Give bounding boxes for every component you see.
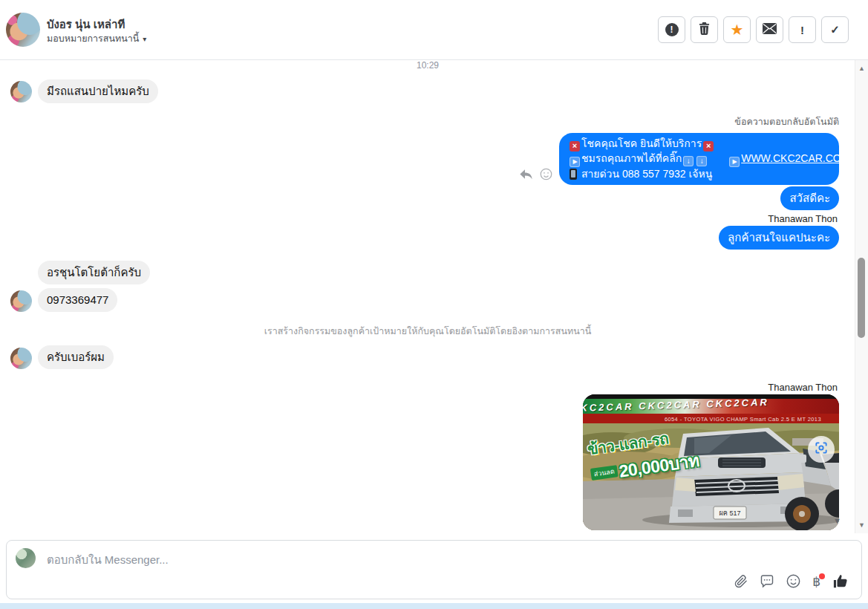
assign-conversation-dropdown[interactable]: มอบหมายการสนทนานี้ ▾ (47, 31, 146, 46)
conversation-header: บังอร นุ่น เหล่าที มอบหมายการสนทนานี้ ▾ … (0, 0, 868, 60)
auto-reply-line3-text: สายด่วน 088 557 7932 เจ้หนู (578, 168, 712, 180)
emoji-react-icon[interactable] (539, 167, 553, 181)
saved-replies-button[interactable] (760, 574, 774, 590)
attachment-brand-banner: CKC2CAR CKC2CAR CKC2CAR (583, 399, 839, 414)
paperclip-icon (734, 575, 748, 590)
brand-banner-text: CKC2CAR CKC2CAR CKC2CAR (583, 399, 769, 414)
envelope-icon (763, 23, 777, 36)
down-arrow-emoji (696, 156, 707, 166)
reply-input[interactable] (45, 550, 568, 569)
scrollbar-up-arrow[interactable]: ▲ (855, 65, 868, 72)
auto-reply-line2-text: ชมรถคุณภาพได้ที่คลิ๊ก (581, 152, 682, 164)
star-icon: ★ (731, 22, 744, 37)
system-note: เราสร้างกิจกรรมของลูกค้าเป้าหมายให้กับคุ… (0, 324, 855, 339)
attach-file-button[interactable] (734, 575, 748, 590)
car-photo: ผค 517 ข้าว-แลก-รถ ส่วนลด20,000บาท (583, 423, 839, 530)
thumbs-up-icon (832, 573, 849, 592)
mark-important-button[interactable]: ! (789, 16, 816, 43)
incoming-message: มีรถแสนปายไหมครับ (38, 79, 158, 103)
mark-done-button[interactable]: ✓ (821, 16, 849, 43)
down-arrow-emoji (683, 156, 694, 166)
page-avatar (16, 548, 36, 568)
header-action-buttons: ! ★ ! ✓ (658, 16, 849, 43)
message-hover-actions (519, 167, 553, 181)
auto-reply-line2: ชมรถคุณภาพได้ที่คลิ๊กWWW.CKC2CAR.COM (568, 152, 830, 167)
mark-unread-button[interactable] (756, 16, 783, 43)
like-button[interactable] (832, 573, 849, 592)
incoming-message: ครับเบอร์ผม (38, 345, 114, 369)
red-square-emoji (703, 141, 714, 152)
scrollbar-thumb[interactable] (858, 258, 865, 338)
auto-reply-line1-text: โชคคุณโชค ยินดีให้บริการ (581, 137, 702, 149)
auto-reply-tag: ข้อความตอบกลับอัตโนมัติ (734, 114, 839, 129)
reply-composer[interactable]: ฿ (6, 540, 862, 599)
payment-button[interactable]: ฿ (812, 576, 820, 589)
incoming-message: อรชุนโตโยต้าก็ครับ (38, 261, 150, 284)
report-button[interactable]: ! (658, 16, 685, 43)
website-link[interactable]: WWW.CKC2CAR.COM (741, 152, 839, 164)
delete-button[interactable] (691, 16, 718, 43)
image-attachment[interactable]: CKC2CAR CKC2CAR CKC2CAR 6054 - TOYOTA VI… (583, 394, 839, 530)
promo-discount-label: ส่วนลด (590, 465, 619, 481)
messenger-inbox-window: บังอร นุ่น เหล่าที มอบหมายการสนทนานี้ ▾ … (0, 0, 868, 609)
star-button[interactable]: ★ (723, 16, 751, 43)
scrollbar-down-arrow[interactable]: ▼ (855, 521, 868, 529)
comment-dots-icon (760, 574, 774, 590)
reply-icon[interactable] (519, 167, 533, 181)
contact-avatar-small (10, 290, 32, 312)
listing-title-text: 6054 - TOYOTA VIGO CHAMP Smart Cab 2.5 E… (665, 416, 821, 423)
bottom-strip (0, 603, 868, 609)
sender-name-label: Thanawan Thon (768, 213, 838, 224)
check-icon: ✓ (830, 23, 840, 36)
scroll-down-indicator[interactable]: ▼ (833, 516, 841, 525)
license-plate: ผค 517 (719, 509, 741, 517)
assign-conversation-label: มอบหมายการสนทนานี้ (47, 31, 139, 46)
mobile-phone-emoji (570, 169, 577, 180)
trash-icon (699, 22, 710, 37)
exclamation-icon: ! (800, 24, 804, 36)
contact-avatar-small (10, 348, 32, 369)
red-square-emoji (570, 141, 580, 152)
incoming-message: 0973369477 (38, 288, 117, 312)
image-search-icon (814, 440, 829, 458)
outgoing-message: สวัสดีคะ (780, 186, 839, 210)
sender-name-label: Thanawan Thon (768, 382, 838, 393)
timestamp: 10:29 (0, 60, 855, 71)
auto-reply-line1: โชคคุณโชค ยินดีให้บริการ (568, 137, 830, 152)
auto-reply-message: โชคคุณโชค ยินดีให้บริการ ชมรถคุณภาพได้ที… (559, 133, 839, 185)
contact-avatar (6, 13, 40, 47)
outgoing-message: ลูกค้าสนใจแคปนะคะ (719, 226, 839, 250)
chevron-down-icon: ▾ (143, 35, 146, 43)
auto-reply-line3: สายด่วน 088 557 7932 เจ้หนู (568, 167, 830, 181)
smiley-icon (786, 574, 800, 590)
emoji-button[interactable] (786, 574, 800, 590)
composer-actions: ฿ (734, 573, 849, 592)
attachment-listing-strip: 6054 - TOYOTA VIGO CHAMP Smart Cab 2.5 E… (583, 414, 839, 423)
chat-scrollbar[interactable]: ▲ ▼ (855, 60, 868, 533)
contact-avatar-small (10, 81, 32, 102)
play-button-emoji (570, 157, 580, 167)
report-icon: ! (665, 23, 679, 36)
notification-dot (819, 573, 825, 579)
play-button-emoji (729, 157, 740, 167)
image-search-button[interactable] (808, 436, 835, 463)
